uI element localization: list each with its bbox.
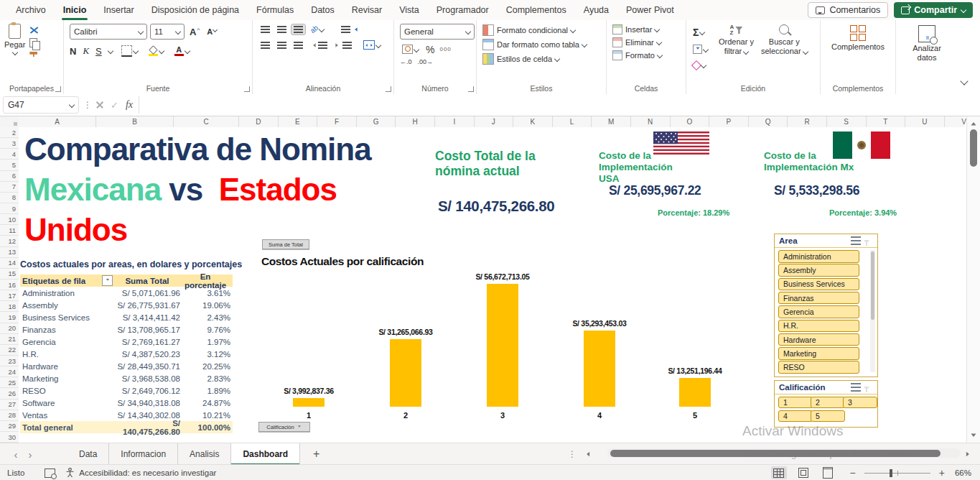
increase-indent-button[interactable]	[332, 40, 354, 50]
normal-view-button[interactable]	[771, 466, 787, 479]
column-header-D[interactable]: D	[239, 116, 279, 127]
column-header-P[interactable]: P	[709, 116, 749, 127]
orientation-button[interactable]: ab	[308, 24, 326, 34]
row-header-17[interactable]: 17	[0, 290, 19, 301]
pivotchart-axis-field-button[interactable]: Calificación	[258, 422, 310, 432]
name-box[interactable]: G47	[3, 96, 79, 114]
row-header-6[interactable]: 6	[0, 171, 19, 182]
column-header-M[interactable]: M	[592, 116, 631, 127]
slicer-item-marketing[interactable]: Marketing	[778, 347, 859, 360]
chart-bar-5[interactable]	[679, 378, 711, 407]
slicer-item-calificacion-4[interactable]: 4	[778, 410, 813, 422]
column-header-I[interactable]: I	[435, 116, 475, 127]
ribbon-tab-power-pivot[interactable]: Power Pivot	[617, 0, 683, 20]
comma-style-button[interactable]: 000	[439, 46, 451, 52]
chart-bar-1[interactable]	[293, 398, 325, 407]
align-top-button[interactable]	[258, 24, 272, 34]
next-sheet-icon[interactable]: ›	[23, 443, 37, 465]
slicer-item-assembly[interactable]: Assembly	[778, 264, 859, 277]
table-row[interactable]: RESOS/ 2,649,706.121.89%	[20, 384, 233, 397]
borders-button[interactable]	[119, 44, 140, 58]
row-header-14[interactable]: 14	[0, 258, 19, 269]
row-header-22[interactable]: 22	[0, 345, 19, 356]
format-cells-button[interactable]: Formato	[612, 50, 680, 60]
clear-filter-icon[interactable]	[863, 236, 873, 245]
multi-select-icon[interactable]	[851, 383, 861, 392]
slicer-item-calificacion-2[interactable]: 2	[811, 397, 845, 408]
font-size-select[interactable]: 11	[150, 24, 185, 40]
page-layout-view-button[interactable]	[795, 466, 811, 479]
row-header-20[interactable]: 20	[0, 323, 19, 334]
chart-bar-3[interactable]	[487, 284, 518, 407]
format-painter-icon[interactable]	[29, 52, 37, 57]
bold-button[interactable]: N	[70, 46, 76, 57]
column-header-E[interactable]: E	[279, 116, 318, 127]
column-header-N[interactable]: N	[631, 116, 671, 127]
new-sheet-button[interactable]: +	[300, 443, 332, 465]
vertical-scrollbar[interactable]	[966, 116, 980, 443]
align-middle-button[interactable]	[275, 24, 289, 34]
pivotchart-value-field-button[interactable]: Suma de Total	[262, 239, 309, 249]
slicer-item-reso[interactable]: RESO	[778, 361, 859, 374]
row-header-25[interactable]: 25	[0, 377, 19, 388]
table-row[interactable]: GerenciaS/ 2,769,161.271.97%	[20, 336, 233, 348]
row-header-5[interactable]: 5	[0, 160, 19, 170]
clipboard-dialog-launcher-icon[interactable]	[55, 86, 61, 92]
copy-icon[interactable]	[29, 38, 37, 47]
slicer-item-calificacion-5[interactable]: 5	[811, 410, 845, 422]
scroll-up-icon[interactable]	[971, 119, 976, 125]
scroll-down-icon[interactable]	[971, 433, 976, 439]
row-header-16[interactable]: 16	[0, 280, 19, 290]
shrink-font-button[interactable]: A	[205, 27, 219, 37]
delete-cells-button[interactable]: Eliminar	[612, 37, 680, 47]
addins-button[interactable]: Complementos	[831, 25, 885, 51]
comments-button[interactable]: Comentarios	[808, 2, 888, 18]
percent-style-button[interactable]: %	[426, 44, 434, 55]
increase-decimal-button[interactable]: ←.0	[400, 58, 412, 65]
row-header-2[interactable]: 2	[0, 127, 19, 138]
row-header-30[interactable]: 30	[0, 432, 19, 443]
number-format-select[interactable]: General	[400, 24, 475, 40]
formula-input[interactable]	[139, 96, 974, 114]
hscroll-left-icon[interactable]	[579, 443, 594, 465]
align-center-button[interactable]	[275, 40, 289, 50]
slicer-item-calificacion-3[interactable]: 3	[843, 397, 877, 408]
table-row[interactable]: Business ServicesS/ 3,414,411.422.43%	[20, 311, 233, 323]
table-row[interactable]: MarketingS/ 3,968,538.082.83%	[20, 372, 233, 384]
column-header-S[interactable]: S	[827, 116, 867, 127]
slicer-item-business-services[interactable]: Business Services	[778, 278, 859, 291]
slicer-item-hardware[interactable]: Hardware	[778, 333, 859, 346]
format-as-table-button[interactable]: Dar formato como tabla	[482, 39, 600, 50]
zoom-out-button[interactable]: −	[850, 467, 856, 479]
column-header-F[interactable]: F	[317, 116, 357, 127]
decrease-decimal-button[interactable]: .00→	[418, 58, 434, 65]
sheet-tab-data[interactable]: Data	[67, 443, 109, 465]
slicer-scrollbar[interactable]	[870, 250, 875, 372]
row-header-28[interactable]: 28	[0, 410, 19, 421]
align-right-button[interactable]	[291, 40, 305, 50]
table-row[interactable]: AssemblyS/ 26,775,931.6719.06%	[20, 299, 233, 311]
italic-button[interactable]: K	[83, 45, 89, 57]
macro-record-icon[interactable]	[45, 469, 55, 478]
accessibility-status[interactable]: Accesibilidad: es necesario investigar	[79, 469, 216, 477]
conditional-formatting-button[interactable]: Formato condicional	[482, 24, 600, 36]
slicer-item-administration[interactable]: Administration	[778, 250, 859, 263]
sheet-tab-informacion[interactable]: Informacion	[109, 443, 178, 465]
hscroll-right-icon[interactable]	[961, 443, 976, 465]
fill-button[interactable]	[691, 43, 710, 55]
row-header-29[interactable]: 29	[0, 421, 19, 432]
prev-sheet-icon[interactable]: ‹	[9, 443, 23, 465]
slicer-item-finanzas[interactable]: Finanzas	[778, 292, 859, 305]
zoom-in-button[interactable]: +	[939, 467, 945, 479]
underline-chevron-icon[interactable]	[107, 48, 113, 54]
column-header-U[interactable]: U	[905, 116, 945, 127]
cancel-icon[interactable]	[96, 101, 103, 109]
enter-icon[interactable]: ✓	[111, 100, 118, 111]
table-row[interactable]: AdministrationS/ 5,071,061.963.61%	[20, 287, 233, 299]
ribbon-tab-archivo[interactable]: Archivo	[7, 0, 55, 20]
row-header-3[interactable]: 3	[0, 138, 19, 149]
alignment-dialog-launcher-icon[interactable]	[386, 86, 391, 92]
row-header-27[interactable]: 27	[0, 400, 19, 410]
autosum-button[interactable]: Σ	[691, 27, 710, 38]
page-break-view-button[interactable]	[820, 466, 836, 479]
